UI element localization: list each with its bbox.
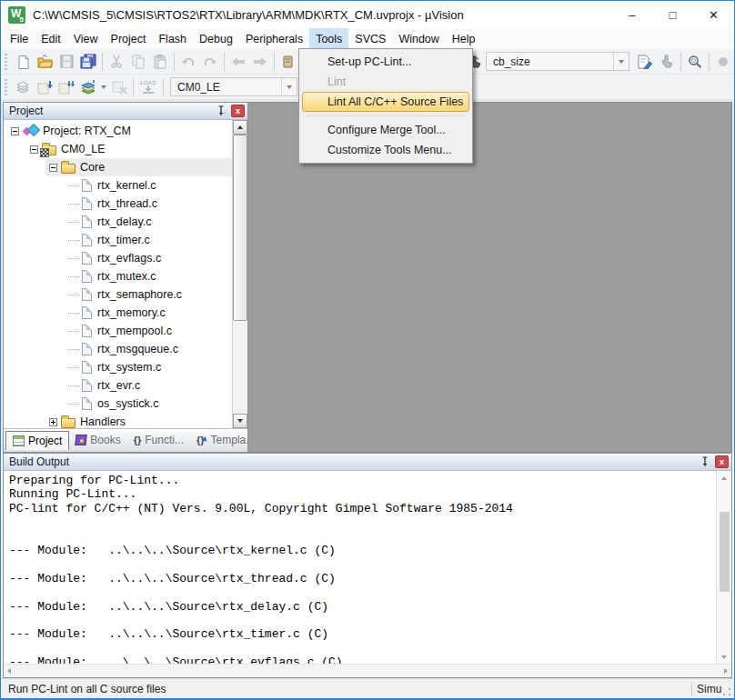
tree-expand-toggle[interactable] (11, 127, 19, 135)
new-file-button[interactable] (12, 51, 34, 73)
find-in-files-button[interactable] (684, 51, 706, 73)
tree-item[interactable]: rtx_kernel.c (4, 176, 232, 195)
close-panel-button[interactable]: x (715, 455, 729, 468)
cut-button[interactable] (106, 51, 127, 73)
scroll-up-button[interactable] (721, 471, 727, 485)
menu-peripherals[interactable]: Peripherals (239, 28, 309, 49)
output-line (9, 530, 716, 544)
close-panel-button[interactable]: x (231, 105, 245, 117)
search-combo-arrow[interactable] (613, 53, 629, 70)
navigate-back-button[interactable] (227, 51, 249, 73)
batch-build-dropdown-arrow[interactable] (99, 85, 108, 89)
redo-button[interactable] (199, 51, 221, 73)
build-output-text[interactable]: Preparing for PC-Lint...Running PC-Lint.… (4, 471, 716, 664)
target-select-arrow[interactable] (281, 78, 297, 95)
toolbar-grip[interactable] (5, 79, 7, 95)
tree-scrollbar[interactable] (232, 120, 247, 428)
tab-books[interactable]: Books (69, 431, 126, 449)
scroll-down-button[interactable] (721, 650, 727, 664)
tree-item[interactable]: rtx_memory.c (4, 304, 232, 322)
tools-menu-item[interactable]: Lint All C/C++ Source Files (302, 92, 469, 112)
app-icon: W5 (8, 6, 25, 24)
file-icon (82, 306, 92, 319)
breakpoint-icon[interactable] (712, 51, 734, 73)
build-button[interactable] (34, 76, 55, 98)
pin-icon[interactable] (214, 105, 228, 118)
tree-item[interactable]: rtx_system.c (4, 358, 232, 376)
target-select[interactable]: CM0_LE (170, 77, 297, 96)
bookmark-button[interactable] (277, 51, 299, 73)
output-line (9, 642, 716, 655)
tree-item[interactable]: os_systick.c (4, 395, 232, 413)
tree-item[interactable]: rtx_thread.c (4, 195, 232, 213)
open-file-button[interactable] (34, 51, 55, 73)
tree-item[interactable]: rtx_mempool.c (4, 322, 232, 340)
output-hscrollbar[interactable] (4, 664, 731, 677)
scrollbar-track[interactable] (233, 321, 247, 414)
resize-grip[interactable] (721, 686, 732, 697)
close-button[interactable]: ✕ (693, 1, 734, 28)
braces-arrow-icon: {} (196, 435, 207, 445)
scroll-left-button[interactable] (7, 668, 11, 674)
tree-connector (68, 404, 80, 405)
toolbar-grip[interactable] (5, 54, 7, 70)
menu-edit[interactable]: Edit (35, 28, 67, 49)
tree-item[interactable]: Core (4, 158, 232, 176)
menu-flash[interactable]: Flash (152, 28, 193, 49)
status-bar: Run PC-Lint on all C source files Simul (1, 678, 734, 698)
search-combo[interactable]: cb_size (486, 52, 629, 71)
scrollbar-thumb[interactable] (233, 135, 247, 321)
menu-svcs[interactable]: SVCS (348, 28, 392, 49)
menu-window[interactable]: Window (392, 28, 445, 49)
menu-project[interactable]: Project (105, 28, 153, 49)
scroll-up-button[interactable] (233, 120, 247, 135)
tab-label: Books (90, 434, 120, 446)
save-all-button[interactable] (77, 51, 99, 73)
menu-view[interactable]: View (67, 28, 105, 49)
menu-file[interactable]: File (4, 28, 35, 49)
tools-menu-item[interactable]: Lint (302, 72, 469, 92)
stop-build-button[interactable] (108, 76, 130, 98)
paste-button[interactable] (149, 51, 171, 73)
tree-item[interactable]: Project: RTX_CM (4, 122, 232, 140)
translate-button[interactable] (12, 76, 34, 98)
menu-debug[interactable]: Debug (193, 28, 239, 49)
tree-item[interactable]: Handlers (4, 413, 232, 428)
save-button[interactable] (55, 51, 77, 73)
tree-expand-toggle[interactable] (30, 145, 38, 154)
scroll-down-button[interactable] (233, 414, 247, 428)
tree-item[interactable]: rtx_mutex.c (4, 267, 232, 285)
rebuild-button[interactable] (55, 76, 77, 98)
maximize-button[interactable]: □ (652, 1, 693, 28)
tree-item[interactable]: rtx_evr.c (4, 376, 232, 395)
tools-menu-item[interactable]: Customize Tools Menu... (302, 140, 469, 160)
tree-item[interactable]: rtx_evflags.c (4, 249, 232, 267)
minimize-button[interactable]: – (611, 1, 652, 28)
tree-item[interactable]: rtx_msgqueue.c (4, 340, 232, 358)
tools-menu-item[interactable]: Set-up PC-Lint... (302, 52, 469, 72)
lint-file-button[interactable] (634, 51, 656, 73)
tools-menu-item[interactable]: Configure Merge Tool... (302, 120, 469, 140)
tree-item[interactable]: CM0_LE (4, 140, 232, 158)
menu-help[interactable]: Help (446, 28, 482, 49)
tree-expand-toggle[interactable] (49, 418, 57, 426)
tab-functi[interactable]: {}Functi... (127, 431, 190, 449)
tree-expand-toggle[interactable] (49, 164, 57, 172)
navigate-forward-button[interactable] (249, 51, 271, 73)
tree-item[interactable]: rtx_semaphore.c (4, 285, 232, 304)
tree-connector (68, 185, 80, 186)
tree-item[interactable]: rtx_delay.c (4, 213, 232, 231)
tree-item[interactable]: rtx_timer.c (4, 231, 232, 249)
output-vscrollbar[interactable] (716, 471, 731, 664)
scrollbar-thumb[interactable] (720, 512, 730, 592)
copy-button[interactable] (127, 51, 149, 73)
pin-icon[interactable] (698, 455, 712, 469)
lint-all-button[interactable] (656, 51, 678, 73)
menu-tools[interactable]: Tools (309, 28, 348, 49)
undo-button[interactable] (177, 51, 199, 73)
tab-project[interactable]: Project (5, 431, 69, 450)
output-line (9, 557, 716, 571)
scroll-right-button[interactable] (724, 668, 728, 674)
batch-build-button[interactable] (77, 76, 99, 98)
download-button[interactable]: LOAD (136, 76, 160, 98)
